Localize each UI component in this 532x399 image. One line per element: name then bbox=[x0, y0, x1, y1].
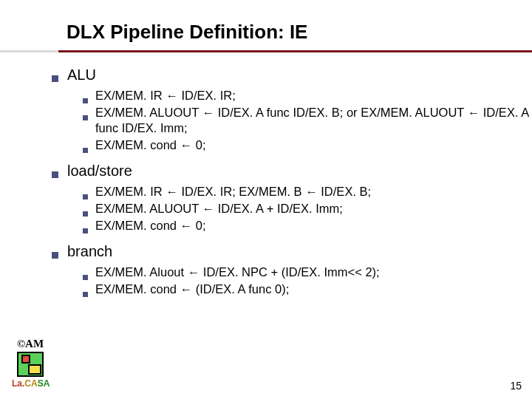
item-text: EX/MEM. ALUOUT ← ID/EX. A + ID/EX. Imm; bbox=[95, 201, 343, 216]
list-item: EX/MEM. ALUOUT ← ID/EX. A + ID/EX. Imm; bbox=[83, 201, 532, 216]
bullet-icon bbox=[52, 75, 58, 82]
bullet-icon bbox=[83, 98, 88, 103]
footer-logo: ©AM La.CASA bbox=[12, 338, 49, 389]
logo-ca: CA bbox=[24, 378, 37, 389]
logo-icon bbox=[17, 352, 44, 377]
section-heading-alu: ALU bbox=[52, 66, 532, 85]
bullet-icon bbox=[83, 292, 88, 297]
logo-label: La.CASA bbox=[12, 378, 49, 389]
list-item: EX/MEM. Aluout ← ID/EX. NPC + (ID/EX. Im… bbox=[83, 265, 532, 280]
slide-title: DLX Pipeline Definition: IE bbox=[66, 21, 532, 44]
heading-text: ALU bbox=[67, 66, 96, 85]
slide-content: ALU EX/MEM. IR ← ID/EX. IR; EX/MEM. ALUO… bbox=[52, 66, 532, 297]
copyright-text: ©AM bbox=[12, 338, 49, 350]
bullet-icon bbox=[52, 252, 58, 259]
section-heading-loadstore: load/store bbox=[52, 162, 532, 181]
item-text: EX/MEM. IR ← ID/EX. IR; EX/MEM. B ← ID/E… bbox=[95, 184, 371, 200]
item-text: EX/MEM. Aluout ← ID/EX. NPC + (ID/EX. Im… bbox=[95, 265, 380, 280]
bullet-icon bbox=[83, 148, 88, 153]
item-text: EX/MEM. ALUOUT ← ID/EX. A func ID/EX. B;… bbox=[95, 105, 532, 136]
list-item: EX/MEM. cond ← 0; bbox=[83, 137, 532, 153]
heading-text: load/store bbox=[67, 162, 132, 181]
bullet-icon bbox=[83, 211, 88, 216]
list-item: EX/MEM. IR ← ID/EX. IR; bbox=[83, 88, 532, 103]
bullet-icon bbox=[83, 194, 88, 200]
heading-text: branch bbox=[67, 242, 112, 262]
bullet-icon bbox=[83, 228, 88, 233]
bullet-icon bbox=[83, 275, 88, 280]
slide: DLX Pipeline Definition: IE ALU EX/MEM. … bbox=[0, 0, 532, 399]
item-text: EX/MEM. cond ← (ID/EX. A func 0); bbox=[95, 282, 289, 297]
item-text: EX/MEM. cond ← 0; bbox=[95, 137, 205, 153]
item-text: EX/MEM. IR ← ID/EX. IR; bbox=[95, 88, 236, 103]
list-item: EX/MEM. IR ← ID/EX. IR; EX/MEM. B ← ID/E… bbox=[83, 184, 532, 200]
bullet-icon bbox=[83, 115, 88, 120]
bullet-icon bbox=[52, 171, 58, 178]
item-text: EX/MEM. cond ← 0; bbox=[95, 218, 205, 233]
list-item: EX/MEM. cond ← 0; bbox=[83, 218, 532, 233]
logo-la: La. bbox=[12, 378, 24, 389]
title-underline bbox=[0, 50, 532, 52]
logo-sa: SA bbox=[38, 378, 50, 389]
page-number: 15 bbox=[510, 380, 522, 392]
section-heading-branch: branch bbox=[52, 242, 532, 262]
list-item: EX/MEM. cond ← (ID/EX. A func 0); bbox=[83, 282, 532, 297]
list-item: EX/MEM. ALUOUT ← ID/EX. A func ID/EX. B;… bbox=[83, 105, 532, 136]
